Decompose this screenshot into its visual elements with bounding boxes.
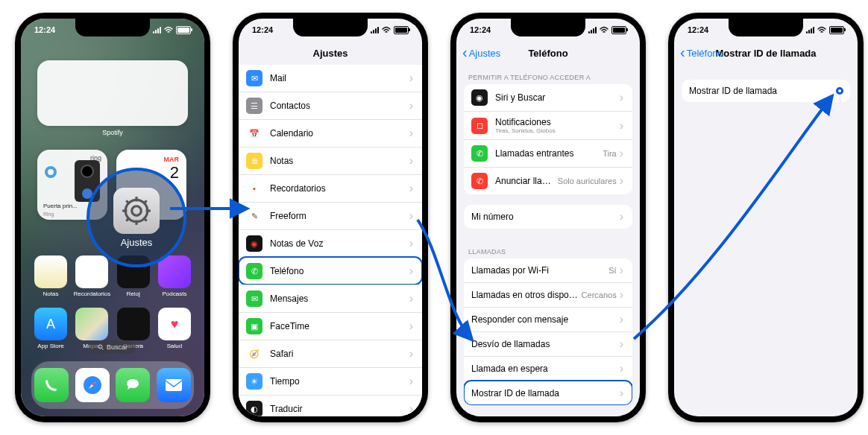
row-icon: ☰ (246, 98, 262, 114)
row-label: Calendario (270, 128, 409, 139)
telefono-list[interactable]: PERMITIR A TELÉFONO ACCEDER A◉Siri y Bus… (456, 65, 640, 416)
app-salud[interactable]: ♥Salud (158, 308, 191, 349)
row-icon: ✆ (471, 145, 488, 162)
row-label: Notas (270, 156, 409, 166)
svg-rect-5 (166, 379, 182, 391)
status-right (153, 26, 191, 34)
row-label: Safari (270, 349, 409, 359)
phone-1-home: 12:24 Spotify ring (15, 13, 210, 422)
signal-icon (153, 27, 161, 34)
row-icon: 🧭 (246, 346, 262, 362)
row-icon: ✆ (471, 173, 488, 189)
svg-line-15 (126, 218, 129, 220)
back-button[interactable]: Teléfono (680, 48, 723, 59)
row-icon: • (246, 180, 262, 197)
row-icon: ≣ (246, 153, 262, 169)
settings-row[interactable]: ✉Mail (239, 65, 422, 92)
dock-safari[interactable] (75, 368, 110, 402)
dock-phone[interactable] (34, 368, 69, 402)
settings-row[interactable]: 🧭Safari (239, 340, 422, 367)
dock (31, 361, 194, 409)
widget-spotify[interactable]: Spotify (37, 60, 188, 126)
nav-title: Ajustes (313, 48, 348, 59)
nav-title: Teléfono (528, 48, 567, 59)
telefono-row[interactable]: Mostrar ID de llamada (464, 381, 632, 405)
tutorial-stage: 12:24 Spotify ring (0, 0, 868, 435)
row-label: Contactos (270, 101, 409, 111)
row-icon: ◐ (246, 401, 262, 416)
telefono-row[interactable]: Responder con mensaje (464, 307, 632, 331)
svg-point-0 (98, 345, 102, 349)
telefono-row[interactable]: Mi número (464, 205, 632, 229)
phone-4-callerid: 12:24 Teléfono Mostrar ID de llamada Mos… (668, 13, 864, 422)
settings-row[interactable]: ☀Tiempo (239, 367, 422, 395)
row-label: Mensajes (270, 293, 409, 304)
settings-row[interactable]: 📅Calendario (239, 119, 422, 147)
row-icon: ✉ (246, 70, 262, 86)
settings-row[interactable]: ✉Mensajes (239, 285, 422, 312)
settings-list[interactable]: ✉Mail☰Contactos📅Calendario≣Notas•Recorda… (239, 65, 422, 416)
row-icon: ✆ (246, 263, 262, 279)
settings-row[interactable]: ◉Notas de Voz (239, 229, 422, 257)
row-label: Tiempo (270, 376, 409, 387)
row-icon: ◉ (471, 89, 488, 106)
row-label: Freeform (270, 211, 409, 221)
svg-line-1 (101, 349, 103, 350)
row-label: Mail (270, 73, 409, 83)
settings-row[interactable]: ✎Freeform (239, 202, 422, 229)
telefono-row[interactable]: ◻NotificacionesTiras, Sonidos, Globos (464, 111, 632, 139)
row-icon: ☀ (246, 373, 262, 390)
dock-mail[interactable] (157, 368, 191, 402)
home-screen: 12:24 Spotify ring (21, 19, 204, 416)
row-label: Teléfono (270, 266, 409, 276)
row-label: FaceTime (270, 321, 409, 331)
telefono-row[interactable]: ◉Siri y Buscar (464, 84, 632, 111)
highlight-settings[interactable]: Ajustes (87, 168, 186, 267)
settings-row[interactable]: ✆Teléfono (239, 257, 422, 285)
app-notas[interactable]: Notas (34, 255, 67, 297)
back-button[interactable]: Ajustes (462, 48, 500, 59)
telefono-row[interactable]: ✆Llamadas entrantesTira (464, 139, 632, 167)
telefono-row[interactable]: Desvío de llamadas (464, 331, 632, 356)
settings-row[interactable]: ◐Traducir (239, 395, 422, 416)
nav-title: Mostrar ID de llamada (715, 48, 816, 59)
wifi-icon (164, 26, 173, 34)
telefono-row[interactable]: Llamada en espera (464, 356, 632, 381)
row-label: Notas de Voz (270, 238, 409, 249)
row-icon: 📅 (246, 125, 262, 142)
row-label: Recordatorios (270, 183, 409, 194)
show-caller-id-row[interactable]: Mostrar ID de llamada (682, 80, 850, 102)
telefono-row[interactable]: Silenciar desconocidosDesactivado (464, 416, 632, 416)
row-icon: ◉ (246, 235, 262, 252)
row-icon: ✎ (246, 208, 262, 224)
row-icon: ◻ (471, 118, 488, 134)
settings-row[interactable]: ≣Notas (239, 147, 422, 174)
status-time: 12:24 (34, 25, 55, 34)
telefono-row[interactable]: ✆Anunciar llamadasSolo auriculares (464, 167, 632, 194)
app-recordatorios[interactable]: Recordatorios (75, 255, 108, 297)
search-icon (98, 344, 104, 350)
settings-row[interactable]: •Recordatorios (239, 174, 422, 202)
settings-row[interactable]: ☰Contactos (239, 92, 422, 119)
phone-3-telefono: 12:24 Ajustes Teléfono PERMITIR A TELÉFO… (450, 13, 646, 422)
battery-icon (176, 26, 191, 34)
ring-logo-icon (45, 166, 57, 178)
row-icon: ▣ (246, 318, 262, 334)
phone-2-ajustes: 12:24 Ajustes ✉Mail☰Contactos📅Calendario… (233, 13, 428, 422)
svg-line-13 (143, 218, 146, 220)
dock-messages[interactable] (116, 368, 150, 402)
app-appstore[interactable]: AApp Store (34, 308, 67, 349)
highlight-toggle (838, 89, 841, 92)
svg-point-7 (132, 206, 142, 215)
row-label: Traducir (270, 404, 409, 414)
svg-line-12 (126, 200, 129, 203)
nav-bar: Ajustes (239, 41, 422, 65)
telefono-row[interactable]: Llamadas en otros dispositivosCercanos (464, 282, 632, 307)
row-icon: ✉ (246, 290, 262, 307)
app-podcasts[interactable]: Podcasts (158, 255, 191, 297)
settings-app-icon (113, 188, 160, 234)
spotlight-search[interactable]: Buscar (89, 340, 136, 354)
svg-line-14 (143, 200, 146, 203)
settings-row[interactable]: ▣FaceTime (239, 312, 422, 340)
telefono-row[interactable]: Llamadas por Wi-FiSí (464, 258, 632, 282)
